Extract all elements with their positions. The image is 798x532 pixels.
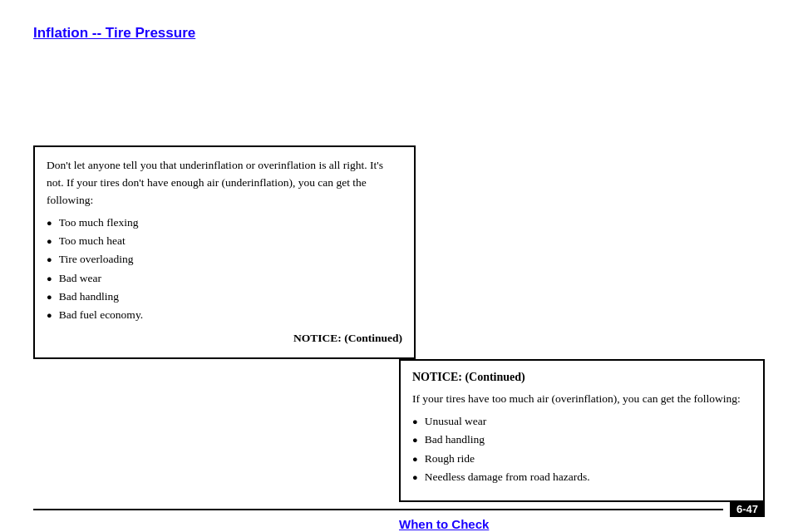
list-item: Bad handling <box>412 431 751 448</box>
list-item: Tire overloading <box>47 251 402 268</box>
list-item: Too much flexing <box>47 214 402 231</box>
list-item: Unusual wear <box>412 413 751 430</box>
list-item: Rough ride <box>412 451 751 467</box>
page-number: 6-47 <box>730 501 765 517</box>
list-item: Bad fuel economy. <box>47 307 402 323</box>
bottom-bar: 6-47 <box>0 501 798 517</box>
bottom-line <box>33 509 723 510</box>
notice-continued-label: NOTICE: (Continued) <box>47 330 402 347</box>
notice-continued-header: NOTICE: (Continued) <box>412 371 751 384</box>
notice-underinflation-intro: Don't let anyone tell you that underinfl… <box>47 157 402 209</box>
list-item: Needless damage from road hazards. <box>412 469 751 485</box>
list-item: Too much heat <box>47 233 402 249</box>
notice-box-underinflation: Don't let anyone tell you that underinfl… <box>33 145 416 359</box>
list-item: Bad handling <box>47 288 402 305</box>
page-title: Inflation -- Tire Pressure <box>33 25 416 42</box>
underinflation-bullet-list: Too much flexing Too much heat Tire over… <box>47 214 402 324</box>
list-item: Bad wear <box>47 270 402 287</box>
notice-box-overinflation: NOTICE: (Continued) If your tires have t… <box>399 359 765 502</box>
notice-overinflation-intro: If your tires have too much air (overinf… <box>412 391 751 408</box>
when-to-check-heading: When to Check <box>399 517 765 531</box>
overinflation-bullet-list: Unusual wear Bad handling Rough ride Nee… <box>412 413 751 485</box>
